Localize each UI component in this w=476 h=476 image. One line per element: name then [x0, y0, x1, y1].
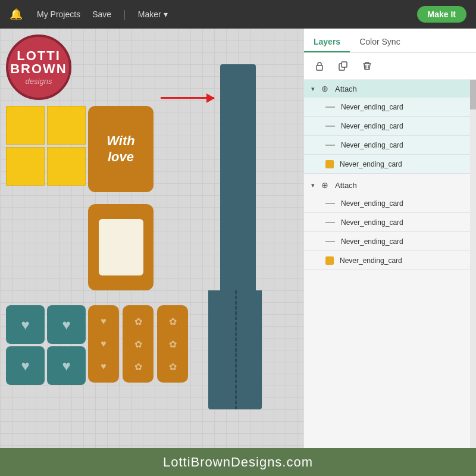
layer-dash-1 [325, 107, 335, 108]
attach-label-1: Attach [335, 84, 357, 93]
tab-color-sync[interactable]: Color Sync [350, 32, 409, 52]
flower-cutout-3: ✿ [134, 361, 142, 372]
dashed-line [235, 290, 237, 409]
layer-item-2-4[interactable]: Never_ending_card [304, 251, 476, 270]
layer-dash-6 [325, 241, 335, 242]
heart-cutout-2: ♥ [101, 339, 107, 349]
top-nav: 🔔 My Projects Save | Maker ▾ Make It [0, 0, 476, 29]
duplicate-icon[interactable] [335, 58, 352, 74]
flower-cutout-6: ✿ [169, 361, 177, 372]
layer-name-2-1: Never_ending_card [341, 199, 403, 208]
with-love-text: With love [107, 133, 134, 165]
yellow-sq-1 [6, 106, 45, 145]
canvas-area[interactable]: LOTTI BROWN designs With love [0, 29, 303, 448]
lock-icon[interactable] [311, 58, 328, 74]
layers-panel: Layers Color Sync [303, 29, 476, 448]
heart-icon: ♥ [21, 317, 29, 333]
attach-group-1: ▾ ⊕ Attach Never_ending_card Never_endin… [304, 80, 476, 174]
layer-item-1-1[interactable]: Never_ending_card [304, 98, 476, 117]
yellow-squares-top [6, 106, 86, 186]
color-swatch-2 [325, 256, 334, 265]
layer-dash-5 [325, 222, 335, 223]
scroll-indicator [470, 80, 476, 448]
flower-cutout-2: ✿ [134, 339, 142, 350]
layer-name-1-3: Never_ending_card [341, 141, 403, 149]
chain-icon-1: ⊕ [320, 83, 330, 94]
layer-dash-4 [325, 203, 335, 204]
svg-rect-0 [317, 65, 322, 70]
arrow-annotation [161, 97, 214, 99]
layer-name-1-2: Never_ending_card [341, 122, 403, 130]
attach-header-2[interactable]: ▾ ⊕ Attach [304, 176, 476, 194]
teal-sq-3: ♥ [6, 346, 45, 385]
make-it-button[interactable]: Make It [417, 6, 466, 23]
canvas-content: LOTTI BROWN designs With love [0, 29, 303, 448]
heart-cutout-3: ♥ [101, 361, 107, 372]
layer-item-2-2[interactable]: Never_ending_card [304, 213, 476, 232]
maker-chevron-icon: ▾ [164, 10, 168, 19]
yellow-sq-3 [6, 147, 45, 186]
bell-icon[interactable]: 🔔 [10, 8, 23, 21]
inner-white [99, 219, 143, 275]
teal-sq-4: ♥ [47, 346, 86, 385]
heart-icon-4: ♥ [62, 358, 70, 374]
layers-toolbar [304, 53, 476, 80]
delete-icon[interactable] [359, 58, 375, 74]
layer-item-2-3[interactable]: Never_ending_card [304, 232, 476, 251]
yellow-sq-4 [47, 147, 86, 186]
my-projects-link[interactable]: My Projects [37, 10, 80, 19]
with-love-card: With love [88, 106, 154, 192]
layer-name-1-4: Never_ending_card [340, 160, 402, 168]
attach-label-2: Attach [335, 181, 357, 190]
nav-separator: | [123, 8, 126, 21]
layer-name-2-2: Never_ending_card [341, 218, 403, 227]
layer-item-1-3[interactable]: Never_ending_card [304, 136, 476, 155]
flower-cutout-1: ✿ [134, 316, 142, 327]
layers-tabs: Layers Color Sync [304, 29, 476, 53]
heart-icon-2: ♥ [62, 317, 70, 333]
layer-item-2-1[interactable]: Never_ending_card [304, 194, 476, 213]
big-shape-main [220, 64, 256, 290]
heart-icon-3: ♥ [21, 358, 29, 374]
chevron-down-icon-1: ▾ [311, 85, 315, 93]
tab-layers[interactable]: Layers [304, 32, 350, 52]
teal-squares: ♥ ♥ ♥ ♥ [6, 305, 86, 385]
cutout-card-1: ♥ ♥ ♥ [88, 305, 119, 383]
layer-item-1-2[interactable]: Never_ending_card [304, 117, 476, 136]
maker-dropdown[interactable]: Maker ▾ [138, 10, 168, 19]
teal-sq-1: ♥ [6, 305, 45, 344]
footer-text: LottiBrownDesigns.com [163, 455, 313, 470]
save-link[interactable]: Save [92, 10, 111, 19]
attach-header-1[interactable]: ▾ ⊕ Attach [304, 80, 476, 98]
layer-item-1-4[interactable]: Never_ending_card [304, 155, 476, 174]
maker-label: Maker [138, 10, 161, 19]
chevron-down-icon-2: ▾ [311, 181, 315, 189]
svg-rect-2 [342, 62, 347, 67]
teal-sq-2: ♥ [47, 305, 86, 344]
cutout-card-3: ✿ ✿ ✿ [157, 305, 188, 383]
layer-name-2-4: Never_ending_card [340, 256, 402, 265]
flower-cutout-4: ✿ [169, 316, 177, 327]
chain-icon-2: ⊕ [320, 180, 330, 190]
footer: LottiBrownDesigns.com [0, 448, 476, 476]
arrow-line [161, 97, 214, 99]
cutout-card-2: ✿ ✿ ✿ [123, 305, 154, 383]
layer-name-2-3: Never_ending_card [341, 237, 403, 246]
heart-cutout-1: ♥ [101, 316, 107, 327]
layer-dash-3 [325, 145, 335, 146]
logo-lotti: LOTTI [17, 49, 61, 62]
inner-card [88, 204, 154, 290]
orange-cutout-cards: ♥ ♥ ♥ ✿ ✿ ✿ ✿ ✿ ✿ [88, 305, 188, 383]
logo-brown: BROWN [10, 62, 67, 76]
main-area: LOTTI BROWN designs With love [0, 29, 476, 448]
big-teal-shape [208, 64, 262, 389]
layers-content[interactable]: ▾ ⊕ Attach Never_ending_card Never_endin… [304, 80, 476, 448]
logo-designs: designs [26, 77, 52, 86]
scroll-thumb [470, 80, 476, 109]
color-swatch-1 [325, 160, 334, 168]
yellow-sq-2 [47, 106, 86, 145]
attach-group-2: ▾ ⊕ Attach Never_ending_card Never_endin… [304, 176, 476, 270]
layer-name-1-1: Never_ending_card [341, 103, 403, 111]
logo-circle: LOTTI BROWN designs [6, 35, 71, 100]
layer-dash-2 [325, 126, 335, 127]
